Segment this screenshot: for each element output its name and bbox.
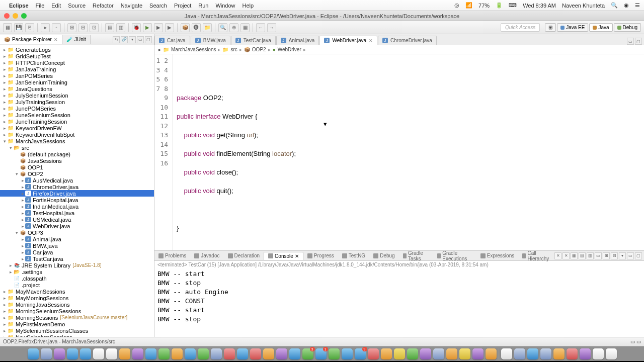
perspective-java[interactable]: Java [589,23,612,32]
console-toolbar-button[interactable]: ▥ [587,252,594,259]
tree-item[interactable]: JavaSessions [0,157,154,164]
tree-item[interactable]: ▸IndianMedical.java [0,203,154,210]
tree-item[interactable]: ▸JanPOMSeries [0,72,154,79]
tree-item[interactable]: ▸MorningJavaSessions [0,301,154,308]
dock-app[interactable] [80,348,91,359]
editor-tab[interactable]: JChromeDriver.java [378,36,437,45]
console-toolbar-button[interactable]: ⊞ [603,252,610,259]
bottom-tab-expressions[interactable]: Expressions [476,252,518,259]
console-toolbar-button[interactable]: ✕ [554,252,561,259]
keyboard-icon[interactable]: ⌨ [509,2,517,9]
tool-button[interactable]: ◦ [52,23,61,32]
tree-item[interactable]: ▸MorningSessions[SeleniumJavaCourse mast… [0,314,154,321]
menu-file[interactable]: File [36,3,45,9]
tool-button[interactable]: ⊞ [67,23,76,32]
close-icon[interactable]: ✕ [369,38,373,43]
dock-trash[interactable] [606,348,617,359]
tree-item[interactable]: ▸AusMedical.java [0,177,154,184]
dock-calendar[interactable] [106,348,117,359]
tree-item[interactable]: ▸MorningSeleniumSessions [0,308,154,314]
maximize-view-button[interactable]: ▢ [145,36,152,43]
package-explorer-tab[interactable]: 📦 Package Explorer ✕ [0,35,62,44]
dock-ppt[interactable] [381,348,392,359]
search-button[interactable]: 🔍 [218,23,227,32]
dock-app[interactable] [237,348,248,359]
perspective-java-ee[interactable]: Java EE [557,23,588,32]
dock-app[interactable] [527,348,538,359]
wifi-icon[interactable]: 📶 [465,2,472,9]
dock-app[interactable] [250,348,261,359]
menu-window[interactable]: Window [215,3,235,9]
dock-chrome[interactable] [394,348,405,359]
dock-app[interactable] [211,348,222,359]
battery-icon[interactable]: 🔋 [496,2,503,9]
dock-app[interactable] [119,348,130,359]
menu-search[interactable]: Search [149,3,167,9]
breadcrumb[interactable]: ▸ 📁MarchJavaSessions▸ 📁src▸ 📦OOP2▸ ●WebD… [154,45,644,54]
status-icon[interactable]: ◎ [454,2,459,9]
tool-button[interactable]: ▦ [240,23,250,32]
dock-app[interactable] [172,348,183,359]
save-button[interactable]: 💾 [14,23,23,32]
editor-tab[interactable]: JWebDriver.java✕ [319,36,377,45]
console-toolbar-button[interactable]: ▾ [619,252,626,259]
siri-icon[interactable]: ◉ [624,2,629,9]
tree-item[interactable]: ▸GridSetupTest [0,53,154,59]
close-icon[interactable]: ✕ [54,37,58,42]
forward-button[interactable]: → [267,23,276,32]
tree-item[interactable]: ▸Car.java [0,249,154,255]
tree-item[interactable]: ▸JunePOMSeries [0,105,154,112]
link-editor-button[interactable]: 🔗 [121,36,128,43]
project-tree[interactable]: ▸GenerateLogs▸GridSetupTest▸HTTPClientCo… [0,45,154,337]
dock-app[interactable] [514,348,525,359]
tree-item[interactable]: ▸FortisHospital.java [0,197,154,203]
code-editor[interactable]: 1 2 3 4 5 6 7 8 9 10 11 12 13 14 15 16 ▾… [154,54,644,250]
dock-app[interactable] [158,348,170,359]
tree-item[interactable]: ▸JRE System Library[JavaSE-1.8] [0,262,154,268]
tree-item[interactable]: ▸JavaQuestions [0,85,154,92]
editor-tab[interactable]: JCar.java [154,36,190,45]
zoom-window-button[interactable] [21,13,27,19]
view-menu-button[interactable]: ▾ [129,36,136,43]
editor-tab[interactable]: JTestCar.java [231,36,276,45]
quick-access-input[interactable]: Quick Access [501,23,540,32]
dock-app[interactable] [433,348,444,359]
dock-itunes[interactable] [132,348,143,359]
tree-item[interactable]: OOP1 [0,164,154,170]
tree-item[interactable]: ▸.settings [0,268,154,275]
bottom-tab-javadoc[interactable]: Javadoc [190,252,223,259]
dock-finder[interactable] [28,348,39,359]
dock-app[interactable] [289,348,300,359]
tree-item[interactable]: ▸WebDriver.java [0,223,154,229]
app-name[interactable]: Eclipse [9,3,29,9]
dock-app[interactable] [567,348,578,359]
tree-item[interactable]: ▸MyFirstMavenDemo [0,321,154,327]
new-button[interactable]: ▦ [3,23,12,32]
tree-item[interactable]: (default package) [0,151,154,157]
menu-help[interactable]: Help [243,3,254,9]
minimize-editor-button[interactable]: ▭ [627,38,634,45]
dock-app[interactable] [263,348,274,359]
editor-tab[interactable]: JAnimal.java [276,36,319,45]
tree-item[interactable]: ▸MySeleniumSessionsClasses [0,327,154,334]
dock-slack[interactable] [472,348,484,359]
bottom-tab-debug[interactable]: Debug [369,252,398,259]
tree-item[interactable]: ▸JanSeleniumTraining [0,79,154,85]
tree-item[interactable]: ▸TestCar.java [0,255,154,262]
dock-app[interactable] [486,348,497,359]
run-button[interactable]: ▶ [143,23,152,32]
bottom-tab-problems[interactable]: Problems [154,252,190,259]
tree-item[interactable]: .project [0,282,154,288]
tree-item[interactable]: ▸MayMorningSessions [0,295,154,301]
bottom-tab-gradle-executions[interactable]: Gradle Executions [433,249,476,262]
tree-item[interactable]: ▸JulyTrainingSession [0,99,154,105]
bottom-tab-testng[interactable]: TestNG [338,252,369,259]
dock-skype[interactable]: 1 [315,348,327,359]
tree-item[interactable]: ▾MarchJavaSessions [0,138,154,144]
dock-app[interactable] [580,348,591,359]
tree-item[interactable]: ▸MayMavenSessions [0,288,154,295]
ext-tools-button[interactable]: ▶ [165,23,174,32]
tree-item[interactable]: ▸JuneSeleniumSession [0,112,154,118]
minimize-view-button[interactable]: ▭ [137,36,144,43]
menu-refactor[interactable]: Refactor [93,3,114,9]
